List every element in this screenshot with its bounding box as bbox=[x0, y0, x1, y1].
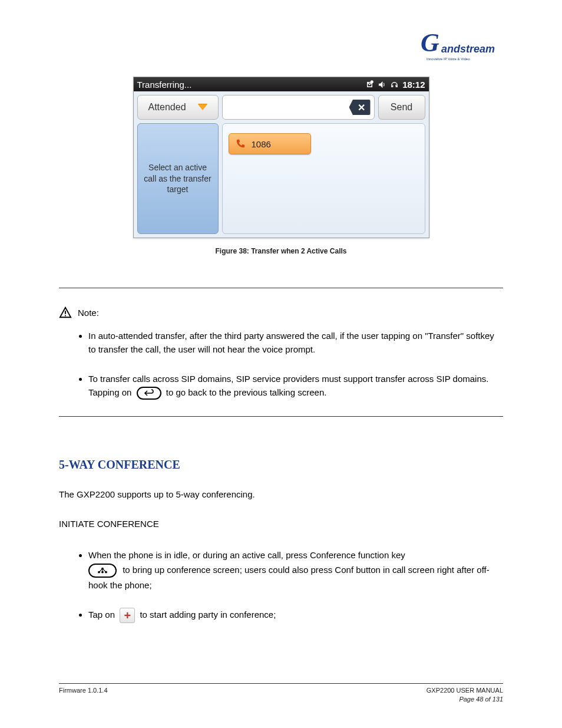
note-top-rule bbox=[59, 288, 503, 288]
phone-icon bbox=[235, 139, 246, 149]
phone-screen: Transferring... 18:12 Attended bbox=[133, 77, 429, 238]
warning-icon bbox=[59, 306, 72, 319]
backspace-glyph: ✕ bbox=[358, 102, 365, 113]
conference-key-icon bbox=[88, 564, 117, 578]
list-item-pre: Tap on bbox=[88, 610, 115, 620]
instruction-text: Select an active call as the transfer ta… bbox=[143, 162, 213, 196]
brand-logo: G andstream Innovative IP Voice & Video bbox=[424, 32, 494, 68]
note-block: Note: In auto-attended transfer, after t… bbox=[59, 288, 503, 417]
note-item-text: In auto-attended transfer, after the thi… bbox=[88, 331, 494, 354]
list-item: Tap on + to start adding party in confer… bbox=[88, 607, 503, 623]
statusbar-time: 18:12 bbox=[402, 80, 425, 90]
phone-screenshot: Transferring... 18:12 Attended bbox=[133, 77, 429, 255]
note-list: In auto-attended transfer, after the thi… bbox=[88, 330, 503, 400]
footer-page: Page 48 of 131 bbox=[459, 696, 503, 703]
speaker-icon bbox=[378, 80, 386, 89]
logo-tagline: Innovative IP Voice & Video bbox=[427, 57, 470, 61]
chevron-down-icon bbox=[198, 104, 207, 110]
note-item: In auto-attended transfer, after the thi… bbox=[88, 330, 503, 356]
plus-icon: + bbox=[120, 608, 135, 623]
attended-dropdown[interactable]: Attended bbox=[137, 95, 219, 120]
attended-label: Attended bbox=[148, 102, 186, 113]
list-item-post: to start adding party in conference; bbox=[140, 610, 276, 620]
logo-g-glyph: G bbox=[421, 28, 439, 58]
note-bottom-rule bbox=[59, 416, 503, 417]
voicemail-icon bbox=[365, 80, 374, 89]
status-bar: Transferring... 18:12 bbox=[134, 77, 429, 91]
statusbar-title: Transferring... bbox=[137, 80, 192, 90]
list-item: When the phone is in idle, or during an … bbox=[88, 548, 503, 593]
note-item-post: to go back to the previous talking scree… bbox=[166, 387, 327, 397]
section-subheading: INITIATE CONFERENCE bbox=[59, 518, 503, 531]
instruction-panel: Select an active call as the transfer ta… bbox=[137, 123, 219, 234]
list-item-mid: to bring up conference screen; users cou… bbox=[88, 565, 490, 590]
transfer-top-row: Attended ✕ Send bbox=[134, 91, 429, 123]
footer-firmware: Firmware 1.0.1.4 bbox=[59, 686, 108, 694]
section-list: When the phone is in idle, or during an … bbox=[88, 548, 503, 623]
logo-brand-text: andstream bbox=[441, 43, 495, 55]
svg-point-0 bbox=[371, 80, 373, 83]
section-intro: The GXP2200 supports up to 5-way confere… bbox=[59, 488, 503, 502]
call-chip-number: 1086 bbox=[252, 139, 271, 149]
note-heading: Note: bbox=[78, 308, 99, 318]
list-item-pre: When the phone is in idle, or during an … bbox=[88, 550, 405, 560]
svg-point-2 bbox=[65, 315, 66, 316]
footer-rule bbox=[59, 683, 503, 684]
footer-manual: GXP2200 USER MANUAL bbox=[427, 687, 503, 694]
back-key-icon bbox=[137, 387, 161, 400]
figure-caption: Figure 38: Transfer when 2 Active Calls bbox=[133, 247, 429, 255]
send-label: Send bbox=[391, 102, 412, 113]
number-input[interactable]: ✕ bbox=[222, 95, 375, 120]
section-heading: 5-WAY CONFERENCE bbox=[59, 458, 503, 472]
statusbar-right: 18:12 bbox=[365, 80, 425, 90]
active-calls-panel: 1086 bbox=[222, 123, 425, 234]
transfer-body-row: Select an active call as the transfer ta… bbox=[134, 123, 429, 238]
note-item: To transfer calls across SIP domains, SI… bbox=[88, 373, 503, 400]
send-button[interactable]: Send bbox=[378, 95, 425, 120]
active-call-chip[interactable]: 1086 bbox=[229, 133, 311, 154]
backspace-button[interactable]: ✕ bbox=[349, 100, 371, 115]
page-footer: Firmware 1.0.1.4 GXP2200 USER MANUAL Pag… bbox=[59, 683, 503, 703]
headset-icon bbox=[390, 80, 399, 89]
